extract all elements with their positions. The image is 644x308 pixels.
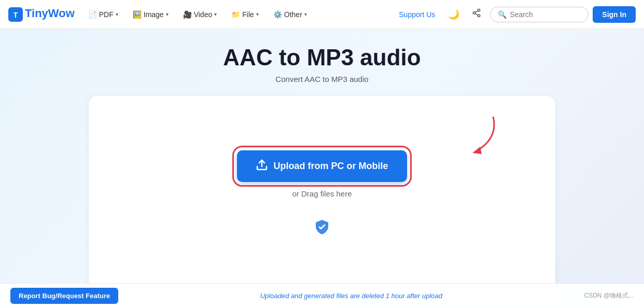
- nav-other[interactable]: ⚙️ Other ▾: [268, 7, 312, 22]
- search-box: 🔍: [490, 7, 589, 22]
- share-button[interactable]: [467, 5, 486, 24]
- nav-other-label: Other: [284, 10, 302, 19]
- share-icon: [472, 8, 481, 20]
- footer-bar: Report Bug/Request Feature Uploaded and …: [0, 283, 644, 308]
- upload-button[interactable]: Upload from PC or Mobile: [237, 150, 407, 182]
- moon-icon: 🌙: [448, 9, 459, 20]
- nav-file-label: File: [242, 10, 254, 19]
- upload-button-label: Upload from PC or Mobile: [273, 161, 388, 172]
- pdf-icon: 📄: [88, 10, 97, 19]
- nav-image-label: Image: [144, 10, 164, 19]
- image-icon: 🖼️: [133, 10, 142, 19]
- nav-pdf[interactable]: 📄 PDF ▾: [83, 7, 123, 22]
- upload-svg-icon: [256, 159, 268, 171]
- svg-line-6: [475, 11, 478, 12]
- main-content: AAC to MP3 audio Convert AAC to MP3 audi…: [0, 29, 644, 308]
- svg-marker-7: [472, 147, 482, 154]
- arrow-indicator: [441, 111, 503, 165]
- nav-pdf-label: PDF: [99, 10, 114, 19]
- upload-icon: [256, 159, 268, 174]
- search-icon: 🔍: [498, 10, 507, 19]
- image-chevron-icon: ▾: [166, 11, 169, 17]
- logo[interactable]: T TinyWow: [8, 7, 75, 21]
- other-chevron-icon: ▾: [304, 11, 307, 17]
- arrow-icon: [441, 111, 503, 163]
- nav-video[interactable]: 🎥 Video ▾: [178, 7, 222, 22]
- privacy-icon: [314, 219, 330, 239]
- page-subtitle: Convert AAC to MP3 audio: [275, 75, 368, 83]
- shield-icon: [314, 219, 330, 235]
- navbar: T TinyWow 📄 PDF ▾ 🖼️ Image ▾ 🎥 Video ▾ 📁…: [0, 0, 644, 29]
- drag-text: or Drag files here: [292, 189, 352, 198]
- report-bug-button[interactable]: Report Bug/Request Feature: [10, 288, 118, 304]
- nav-image[interactable]: 🖼️ Image ▾: [128, 7, 174, 22]
- page-title: AAC to MP3 audio: [223, 45, 421, 71]
- file-icon: 📁: [231, 10, 240, 19]
- footer-notice: Uploaded and generated files are deleted…: [129, 292, 573, 300]
- logo-text: T TinyWow: [8, 7, 75, 21]
- support-link[interactable]: Support Us: [394, 7, 440, 22]
- svg-text:T: T: [13, 11, 18, 19]
- video-chevron-icon: ▾: [214, 11, 217, 17]
- footer-watermark: CSDN @嗨格式...: [584, 291, 634, 300]
- svg-line-5: [475, 13, 478, 15]
- signin-button[interactable]: Sign In: [593, 6, 636, 23]
- upload-area: Upload from PC or Mobile or Drag files h…: [89, 96, 555, 293]
- nav-file[interactable]: 📁 File ▾: [226, 7, 264, 22]
- pdf-chevron-icon: ▾: [116, 11, 118, 17]
- video-icon: 🎥: [183, 10, 192, 19]
- logo-icon: T: [8, 7, 23, 22]
- dark-mode-button[interactable]: 🌙: [444, 5, 463, 24]
- file-chevron-icon: ▾: [256, 11, 259, 17]
- search-input[interactable]: [510, 10, 581, 19]
- other-icon: ⚙️: [273, 10, 282, 19]
- nav-video-label: Video: [194, 10, 213, 19]
